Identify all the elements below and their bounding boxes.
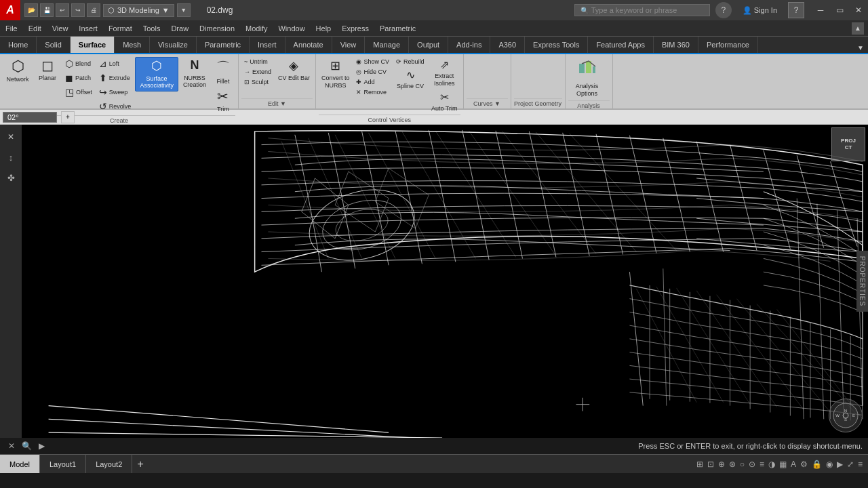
ortho-toggle[interactable]: ⊕: [718, 460, 725, 469]
tab-surface[interactable]: Surface: [71, 37, 115, 53]
ribbon-btn-analysis-options[interactable]: AnalysisOptions: [568, 57, 606, 99]
ribbon-btn-convert-nurbs[interactable]: ⊞ Convert toNURBS: [319, 57, 353, 91]
ribbon-btn-rebuild[interactable]: ⟳ Rebuild: [393, 57, 427, 66]
tab-insert[interactable]: Insert: [250, 37, 285, 53]
open-button[interactable]: 📂: [24, 3, 38, 17]
menu-express[interactable]: Express: [336, 20, 374, 36]
ribbon-toggle[interactable]: ▲: [852, 22, 864, 35]
customize-status[interactable]: ≡: [858, 460, 863, 469]
selection-toggle[interactable]: ▦: [779, 460, 787, 469]
print-button[interactable]: 🖨: [87, 3, 100, 17]
tab-featured[interactable]: Featured Apps: [588, 37, 654, 53]
tab-manage[interactable]: Manage: [365, 37, 409, 53]
tracking-toggle[interactable]: ⊙: [749, 460, 755, 469]
ribbon-btn-sweep[interactable]: ↪ Sweep: [96, 85, 134, 99]
ribbon-btn-revolve[interactable]: ↺ Revolve: [96, 100, 134, 113]
lock-ui[interactable]: 🔒: [812, 460, 822, 469]
tab-layout1[interactable]: Layout1: [40, 455, 86, 473]
tab-bim360[interactable]: BIM 360: [654, 37, 698, 53]
viewport-3d[interactable]: PROJCT N S W E: [22, 125, 868, 438]
close-viewport-button[interactable]: ✕: [1, 127, 20, 146]
tab-addins[interactable]: Add-ins: [448, 37, 490, 53]
ribbon-btn-trim[interactable]: ✂ Trim: [211, 87, 235, 114]
menu-help[interactable]: Help: [311, 20, 337, 36]
menu-view[interactable]: View: [47, 20, 74, 36]
ribbon-btn-untrim[interactable]: ~ Untrim: [241, 57, 274, 66]
menu-parametric[interactable]: Parametric: [374, 20, 421, 36]
menu-format[interactable]: Format: [103, 20, 138, 36]
ribbon-btn-auto-trim[interactable]: ✂ Auto Trim: [429, 89, 460, 113]
ribbon-btn-nurbs-creation[interactable]: N NURBSCreation: [180, 57, 210, 90]
isolate-toggle[interactable]: ◉: [826, 460, 833, 469]
tab-annotate[interactable]: Annotate: [285, 37, 332, 53]
minimize-button[interactable]: ─: [811, 0, 830, 20]
pan-tool[interactable]: ↕: [1, 148, 20, 167]
cmd-run-button[interactable]: ▶: [36, 441, 47, 451]
add-layout-button[interactable]: +: [132, 455, 149, 473]
ribbon-btn-spline-cv[interactable]: ∿ Spline CV: [393, 67, 427, 91]
ribbon-btn-cv-edit-bar[interactable]: ◈ CV Edit Bar: [275, 57, 313, 83]
ribbon-btn-planar[interactable]: ◻ Planar: [34, 57, 61, 83]
transparency-toggle[interactable]: ◑: [768, 460, 775, 469]
ribbon-btn-blend[interactable]: ⬡ Blend: [62, 57, 95, 70]
ribbon-btn-add[interactable]: ✚ Add: [353, 77, 392, 87]
undo-button[interactable]: ↩: [56, 3, 69, 17]
workspace-dropdown[interactable]: ⬡ 3D Modeling ▼: [103, 4, 174, 17]
tab-view[interactable]: View: [332, 37, 366, 53]
help-button[interactable]: ?: [788, 2, 804, 18]
hardwareaccel[interactable]: ▶: [837, 460, 843, 469]
menu-insert[interactable]: Insert: [73, 20, 103, 36]
tab-visualize[interactable]: Visualize: [150, 37, 197, 53]
tab-home[interactable]: Home: [0, 37, 37, 53]
angle-input[interactable]: 02°: [3, 112, 57, 123]
cleanscreen[interactable]: ⤢: [847, 460, 854, 469]
menu-edit[interactable]: Edit: [23, 20, 47, 36]
tab-a360[interactable]: A360: [490, 37, 525, 53]
ribbon-btn-hide-cv[interactable]: ◎ Hide CV: [353, 67, 392, 77]
tab-parametric[interactable]: Parametric: [197, 37, 250, 53]
ribbon-btn-show-cv[interactable]: ◉ Show CV: [353, 57, 392, 66]
properties-sidebar[interactable]: PROPERTIES: [856, 251, 868, 312]
menu-modify[interactable]: Modify: [240, 20, 273, 36]
view-cube[interactable]: PROJCT: [831, 127, 865, 161]
tab-solid[interactable]: Solid: [37, 37, 70, 53]
tab-output[interactable]: Output: [409, 37, 448, 53]
grid-toggle[interactable]: ⊞: [696, 460, 703, 469]
snap-toggle[interactable]: ⊡: [707, 460, 714, 469]
tab-layout2[interactable]: Layout2: [86, 455, 132, 473]
restore-button[interactable]: ▭: [830, 0, 849, 20]
osnap-toggle[interactable]: ○: [740, 460, 745, 469]
polar-toggle[interactable]: ⊛: [729, 460, 736, 469]
ribbon-btn-extract-isolines[interactable]: ⇗ ExtractIsolines: [429, 57, 460, 89]
tab-model[interactable]: Model: [0, 455, 40, 473]
ribbon-btn-network[interactable]: ⬡ Network: [3, 57, 33, 84]
close-button[interactable]: ✕: [849, 0, 868, 20]
menu-window[interactable]: Window: [273, 20, 310, 36]
ribbon-btn-extrude[interactable]: ⬆ Extrude: [96, 71, 134, 85]
ribbon-btn-fillet[interactable]: ⌒ Fillet: [211, 57, 235, 86]
ribbon-btn-surface-assoc[interactable]: ⬡ SurfaceAssociativity: [135, 57, 178, 92]
ribbon-btn-extend[interactable]: → Extend: [241, 67, 274, 77]
add-tab-button[interactable]: +: [61, 111, 75, 123]
ribbon-btn-loft[interactable]: ⊿ Loft: [96, 57, 134, 70]
menu-dimension[interactable]: Dimension: [194, 20, 240, 36]
command-input[interactable]: [47, 442, 634, 450]
ribbon-btn-patch[interactable]: ◼ Patch: [62, 71, 95, 85]
search-box[interactable]: 🔍 Type a keyword or phrase: [574, 4, 710, 16]
cmd-search-button[interactable]: 🔍: [19, 441, 35, 451]
ribbon-btn-sculpt[interactable]: ⊡ Sculpt: [241, 77, 274, 87]
ribbon-btn-remove[interactable]: ✕ Remove: [353, 87, 392, 97]
signin-button[interactable]: 👤 Sign In: [743, 6, 777, 15]
menu-draw[interactable]: Draw: [165, 20, 194, 36]
cmd-close-button[interactable]: ✕: [5, 441, 18, 451]
rotate-tool[interactable]: ✤: [1, 168, 20, 187]
annotation-scale[interactable]: A: [791, 460, 796, 469]
ribbon-btn-offset[interactable]: ◳ Offset: [62, 85, 95, 99]
tab-express-tools[interactable]: Express Tools: [525, 37, 588, 53]
lineweight-toggle[interactable]: ≡: [760, 460, 764, 469]
save-button[interactable]: 💾: [40, 3, 54, 17]
redo-button[interactable]: ↪: [71, 3, 85, 17]
workspace-toggle[interactable]: ⚙: [800, 460, 808, 469]
menu-tools[interactable]: Tools: [138, 20, 166, 36]
tab-performance[interactable]: Performance: [698, 37, 758, 53]
